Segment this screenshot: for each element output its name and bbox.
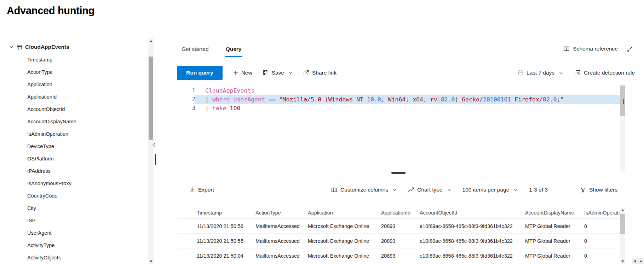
table-scrollbar[interactable] [620, 207, 625, 264]
column-header-application[interactable]: Application [308, 210, 381, 216]
chart-type-label: Chart type [417, 187, 443, 193]
chart-icon [408, 187, 414, 193]
filter-icon [580, 187, 586, 193]
customize-columns-label: Customize columns [340, 187, 388, 193]
detection-rule-icon [575, 70, 581, 76]
table-row[interactable]: 11/13/2020 21:50:56MailItemsAccessedMicr… [177, 219, 620, 234]
schema-reference-label: Schema reference [573, 46, 618, 52]
items-per-page-label: 100 items per page [462, 187, 510, 193]
table-cell: 20893 [381, 223, 420, 229]
column-header-accountobjectid[interactable]: AccountObjectId [420, 210, 525, 216]
chevron-down-icon [9, 45, 13, 49]
column-header-accountdisplayname[interactable]: AccountDisplayName [525, 210, 584, 216]
share-link-button[interactable]: Share link [303, 70, 337, 76]
table-cell: MTP Global Reader [525, 253, 584, 259]
schema-field-osplatform[interactable]: OSPlatform [27, 153, 140, 165]
schema-field-ipaddress[interactable]: IPAddress [27, 165, 140, 177]
expand-view-button[interactable] [627, 46, 633, 53]
items-per-page-button[interactable]: 100 items per page [462, 187, 518, 193]
editor-scrollbar[interactable] [620, 84, 625, 171]
chevron-down-icon [289, 71, 293, 75]
editor-tabs: Get started Query [181, 45, 242, 57]
table-icon [17, 45, 22, 50]
download-icon [189, 187, 195, 193]
new-query-label: New [241, 70, 252, 76]
table-cell: 11/13/2020 21:50:56 [197, 223, 255, 229]
table-cell: MailItemsAccessed [255, 238, 308, 244]
collapse-pane-button[interactable] [153, 142, 156, 149]
scroll-down-icon[interactable] [620, 259, 625, 264]
schema-field-actiontype[interactable]: ActionType [27, 66, 140, 78]
scroll-left-button[interactable] [632, 258, 638, 264]
table-row[interactable]: 11/13/2020 21:50:55MailItemsAccessedMicr… [177, 234, 620, 248]
scroll-up-icon[interactable] [620, 207, 625, 213]
share-icon [303, 70, 309, 76]
tab-get-started[interactable]: Get started [181, 45, 209, 57]
schema-field-isadminoperation[interactable]: IsAdminOperation [27, 128, 140, 140]
chevron-down-icon [447, 188, 451, 192]
schema-reference-button[interactable]: Schema reference [563, 46, 618, 52]
schema-field-timestamp[interactable]: Timestamp [27, 54, 140, 66]
resize-handle[interactable] [391, 172, 406, 174]
scroll-down-icon[interactable] [148, 259, 154, 264]
table-scrollbar-thumb[interactable] [620, 214, 625, 234]
table-row[interactable]: 11/13/2020 21:50:04MailItemsAccessedMicr… [177, 248, 620, 263]
schema-field-city[interactable]: City [27, 202, 140, 215]
sidebar-scrollbar[interactable] [148, 38, 154, 264]
run-query-button[interactable]: Run query [177, 66, 223, 80]
schema-field-applicationid[interactable]: ApplicationId [27, 91, 140, 103]
schema-field-isp[interactable]: ISP [27, 215, 140, 227]
schema-field-devicetype[interactable]: DeviceType [27, 140, 140, 153]
schema-field-activitytype[interactable]: ActivityType [27, 239, 140, 252]
schema-field-countrycode[interactable]: CountryCode [27, 190, 140, 202]
create-detection-rule-label: Create detection rule [584, 70, 635, 76]
code-line-3[interactable]: 3| take 100 [177, 104, 620, 113]
table-cell: MailItemsAccessed [255, 223, 308, 229]
schema-field-useragent[interactable]: UserAgent [27, 227, 140, 239]
save-button[interactable]: Save [263, 70, 293, 76]
code-text: | where UserAgent == "Mozilla/5.0 (Windo… [195, 95, 620, 104]
chart-type-button[interactable]: Chart type [408, 187, 451, 193]
new-query-button[interactable]: New [233, 70, 252, 76]
table-cell: MailItemsAccessed [255, 253, 308, 259]
splitter-grip[interactable] [155, 154, 156, 165]
line-number: 1 [177, 86, 195, 95]
column-header-timestamp[interactable]: Timestamp [197, 210, 255, 216]
advanced-hunting-page: Advanced hunting CloudAppEvents Timestam… [0, 0, 644, 264]
scroll-up-icon[interactable] [148, 38, 154, 43]
chevron-down-icon [514, 188, 518, 192]
line-number: 2 [177, 95, 195, 104]
tab-query[interactable]: Query [225, 45, 242, 57]
schema-tree-root-cloudappevents[interactable]: CloudAppEvents [9, 42, 69, 52]
schema-field-application[interactable]: Application [27, 78, 140, 91]
page-title: Advanced hunting [7, 5, 94, 17]
table-cell: e10f89ac-8658-465c-88f3-9fd361b4c322 [420, 238, 525, 244]
chevron-left-icon [153, 142, 156, 147]
results-body: 11/13/2020 21:50:56MailItemsAccessedMicr… [177, 219, 620, 263]
editor-lines: 1CloudAppEvents2| where UserAgent == "Mo… [177, 86, 620, 113]
code-line-1[interactable]: 1CloudAppEvents [177, 86, 620, 95]
create-detection-rule-button[interactable]: Create detection rule [575, 70, 635, 76]
book-icon [563, 46, 570, 52]
table-cell: MTP Global Reader [525, 238, 584, 244]
column-header-actiontype[interactable]: ActionType [255, 210, 308, 216]
schema-field-isanonymousproxy[interactable]: IsAnonymousProxy [27, 177, 140, 190]
customize-columns-button[interactable]: Customize columns [331, 187, 397, 193]
overview-ruler-mark [623, 99, 624, 104]
schema-field-accountobjectid[interactable]: AccountObjectId [27, 103, 140, 116]
code-text: CloudAppEvents [195, 86, 620, 95]
scroll-up-button[interactable] [638, 258, 644, 264]
sidebar-scrollbar-thumb[interactable] [149, 57, 153, 140]
share-link-label: Share link [312, 70, 337, 76]
scroll-left-icon [634, 260, 636, 263]
time-range-button[interactable]: Last 7 days [518, 70, 563, 76]
export-button[interactable]: Export [189, 187, 214, 193]
column-header-applicationid[interactable]: ApplicationId [381, 210, 420, 216]
schema-field-accountdisplayname[interactable]: AccountDisplayName [27, 116, 140, 128]
query-editor[interactable]: 1CloudAppEvents2| where UserAgent == "Mo… [177, 83, 620, 172]
table-cell: e10f89ac-8658-465c-88f3-9fd361b4c322 [420, 223, 525, 229]
schema-field-activityobjects[interactable]: ActivityObjects [27, 252, 140, 264]
code-line-2[interactable]: 2| where UserAgent == "Mozilla/5.0 (Wind… [177, 95, 620, 104]
columns-icon [331, 187, 337, 193]
show-filters-button[interactable]: Show filters [580, 187, 617, 193]
